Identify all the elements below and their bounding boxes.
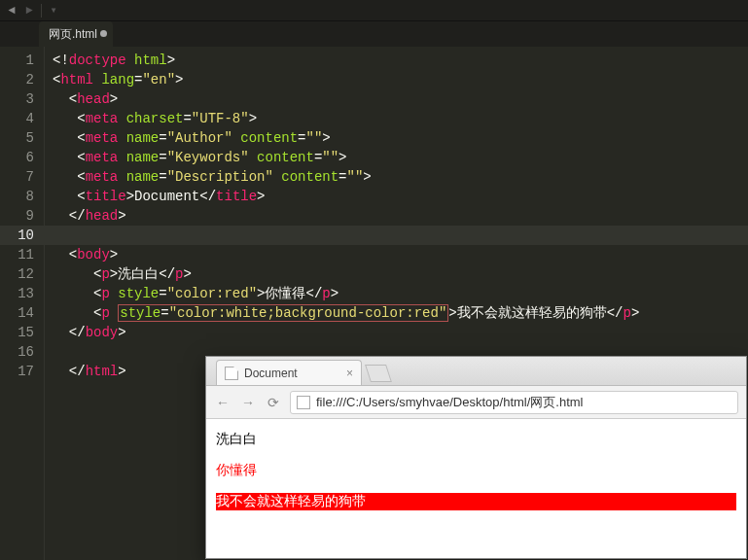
code-line[interactable]: <body> [53, 245, 748, 264]
line-number: 11 [0, 245, 34, 264]
code-line[interactable]: <meta charset="UTF-8"> [53, 109, 748, 128]
code-token: meta [86, 169, 119, 185]
file-protocol-icon [297, 396, 310, 409]
code-token: < [77, 111, 85, 126]
code-token [53, 169, 77, 185]
code-token [118, 150, 125, 165]
code-token: "Keywords" [167, 150, 249, 165]
code-token: </ [607, 305, 623, 321]
code-token: = [159, 130, 166, 146]
code-token: meta [86, 111, 119, 126]
nav-forward-icon[interactable]: ► [21, 3, 37, 18]
code-line[interactable]: <html lang="en"> [53, 70, 748, 89]
code-token: > [175, 72, 183, 88]
code-token: content [240, 130, 298, 146]
code-token: style [118, 286, 159, 301]
code-token: > [249, 111, 257, 126]
code-token [53, 247, 69, 262]
line-number: 3 [0, 89, 34, 109]
code-token: content [281, 169, 338, 185]
browser-viewport: 洗白白 你懂得 我不会就这样轻易的狗带 [206, 419, 746, 558]
code-token: < [77, 189, 85, 204]
browser-navbar: ← → ⟳ file:///C:/Users/smyhvae/Desktop/h… [206, 386, 746, 419]
code-token: "en" [142, 72, 175, 88]
code-token: < [69, 91, 77, 107]
code-token: </ [305, 286, 322, 301]
code-line[interactable]: </body> [53, 323, 748, 342]
line-number: 10 [0, 226, 44, 245]
code-line[interactable]: </head> [53, 206, 748, 226]
code-token: "UTF-8" [192, 111, 249, 126]
code-token: > [110, 247, 118, 262]
code-token: = [159, 169, 166, 185]
line-number: 9 [0, 206, 34, 226]
browser-reload-icon[interactable]: ⟳ [265, 395, 282, 410]
code-token [126, 52, 134, 68]
line-number: 12 [0, 264, 34, 284]
code-token: > [118, 364, 125, 379]
code-line[interactable]: <p style="color:white;background-color:r… [53, 303, 748, 323]
code-token: name [126, 150, 160, 165]
code-token: > [118, 325, 125, 340]
line-number: 1 [0, 51, 34, 70]
browser-forward-icon[interactable]: → [239, 395, 257, 410]
code-token: name [126, 130, 160, 146]
code-token: style [120, 305, 160, 321]
code-token: p [101, 286, 109, 301]
code-token: < [77, 169, 85, 185]
code-line[interactable]: <p>洗白白</p> [53, 264, 748, 284]
dirty-indicator-icon [100, 30, 107, 37]
code-token: meta [86, 130, 119, 146]
code-token: doctype [69, 52, 126, 68]
nav-back-icon[interactable]: ◄ [4, 3, 19, 18]
code-line[interactable]: <!doctype html> [53, 51, 748, 70]
code-line[interactable]: <head> [53, 89, 748, 109]
code-token: p [101, 305, 109, 321]
code-token [118, 111, 125, 126]
code-token: = [298, 130, 305, 146]
browser-back-icon[interactable]: ← [214, 395, 232, 410]
new-tab-button[interactable] [365, 365, 392, 382]
code-token: "color:red" [167, 286, 257, 301]
code-token [53, 286, 93, 301]
line-number: 13 [0, 284, 34, 303]
close-icon[interactable]: × [346, 367, 353, 380]
code-line[interactable]: <p style="color:red">你懂得</p> [53, 284, 748, 303]
code-token: 洗白白 [118, 266, 159, 282]
address-bar-url: file:///C:/Users/smyhvae/Desktop/html/网页… [316, 394, 584, 411]
code-token: > [110, 91, 118, 107]
dropdown-icon[interactable]: ▾ [46, 3, 61, 18]
code-line[interactable]: <title>Document</title> [53, 187, 748, 206]
code-token: < [69, 247, 77, 262]
code-token: = [159, 150, 166, 165]
editor-toolbar: ◄ ► ▾ [0, 0, 748, 21]
browser-tab[interactable]: Document × [216, 360, 362, 385]
line-number-gutter: 1234567891011121314151617 [0, 47, 45, 560]
code-token: meta [86, 150, 119, 165]
rendered-paragraph-3: 我不会就这样轻易的狗带 [216, 493, 736, 510]
code-line[interactable]: <meta name="Description" content=""> [53, 167, 748, 187]
code-token: "" [306, 130, 323, 146]
browser-tab-title: Document [244, 367, 298, 380]
code-token: > [363, 169, 371, 185]
browser-window: Document × ← → ⟳ file:///C:/Users/smyhva… [206, 357, 746, 558]
code-line[interactable]: <meta name="Author" content=""> [53, 128, 748, 148]
address-bar[interactable]: file:///C:/Users/smyhvae/Desktop/html/网页… [290, 391, 738, 414]
toolbar-separator [41, 4, 42, 18]
code-line[interactable]: <meta name="Keywords" content=""> [53, 148, 748, 167]
code-token [110, 286, 118, 301]
code-token: title [216, 189, 257, 204]
code-token: < [77, 150, 85, 165]
code-token: html [86, 364, 119, 379]
editor-tab[interactable]: 网页.html [39, 21, 113, 47]
browser-tabstrip: Document × [206, 357, 746, 386]
page-icon [225, 367, 238, 380]
code-token: > [631, 305, 639, 321]
code-token: "color:white;background-color:red" [169, 305, 447, 321]
code-token: = [159, 286, 166, 301]
code-token: html [60, 72, 93, 88]
code-token: > [331, 286, 338, 301]
code-token [53, 305, 93, 321]
code-token: "" [322, 150, 338, 165]
code-token: </ [69, 208, 86, 224]
